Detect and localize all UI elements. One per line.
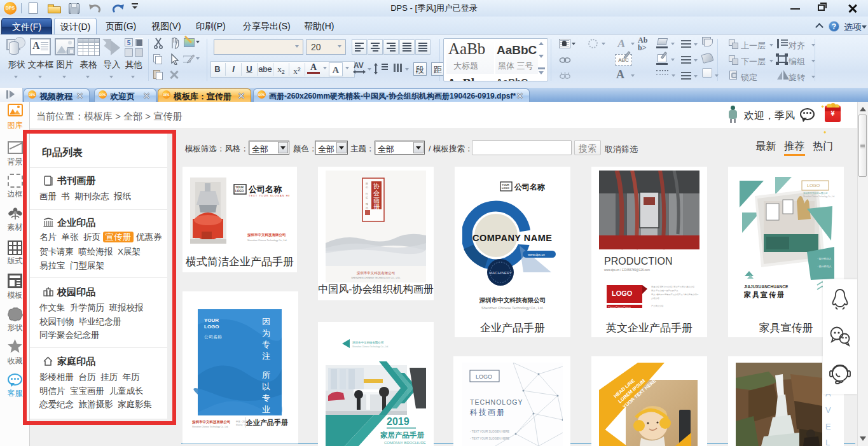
svg-text:所: 所: [262, 370, 270, 380]
svg-text:品: 品: [366, 206, 368, 209]
svg-text:册: 册: [373, 203, 380, 210]
svg-text:www.dps.cn / 123456789@126.com: www.dps.cn / 123456789@126.com: [604, 268, 650, 272]
svg-text:LOGO: LOGO: [204, 324, 219, 330]
svg-text:Shenzhen Chinese Technology Co: Shenzhen Chinese Technology Co., Ltd.: [803, 195, 835, 198]
svg-text:深圳市中文科技有限公司: 深圳市中文科技有限公司: [357, 271, 396, 275]
svg-text:MACHINERY: MACHINERY: [489, 271, 513, 275]
svg-text:Shenzhen Chinese Technology Co: Shenzhen Chinese Technology Co., Ltd.: [352, 345, 389, 348]
svg-text:心: 心: [365, 186, 368, 189]
svg-text:E: E: [825, 422, 831, 431]
svg-text:LOGO: LOGO: [612, 289, 633, 297]
svg-text:TEXT YOUR SLOGAN HERE: TEXT YOUR SLOGAN HERE: [249, 194, 289, 197]
svg-text:LOGO: LOGO: [476, 373, 492, 380]
svg-text:公司名称: 公司名称: [204, 335, 222, 340]
svg-text:专: 专: [262, 393, 270, 403]
svg-text:简介, 趣解的好简单的产品介绍产品 / 确认简单介绍好: 简介, 趣解的好简单的产品介绍产品 / 确认简单介绍好: [651, 293, 699, 296]
svg-text:V: V: [825, 405, 831, 415]
svg-text:L: L: [825, 438, 830, 446]
svg-text:产品简介介绍: 产品简介介绍: [651, 305, 663, 307]
svg-text:YOUR: YOUR: [235, 186, 244, 189]
svg-text:专: 专: [262, 340, 270, 349]
svg-text:- TEXT YOUR SLOGEN HERE: - TEXT YOUR SLOGEN HERE: [470, 430, 509, 433]
svg-text:LOGO: LOGO: [235, 190, 244, 193]
svg-text:COMPANY NAME: COMPANY NAME: [472, 233, 553, 243]
svg-text:- TEXT YOUR SLOGEN HERE: - TEXT YOUR SLOGEN HERE: [470, 437, 509, 440]
svg-text:介绍介绍: 介绍介绍: [651, 297, 659, 300]
svg-text:业: 业: [262, 405, 270, 414]
svg-text:简介 产品达成一致产品的产品: 简介 产品达成一致产品的产品: [651, 289, 678, 292]
svg-text:SHENZHEN CHINESE TECHNOLOGY CO: SHENZHEN CHINESE TECHNOLOGY CO., LTD.: [351, 277, 401, 279]
svg-text:PRODUCTION: PRODUCTION: [604, 256, 673, 267]
svg-text:Shenzhen Chinese Technology Co: Shenzhen Chinese Technology Co., Ltd.: [481, 306, 544, 310]
svg-text:公司名称: 公司名称: [514, 183, 546, 192]
svg-text:简单介绍 WH 公司介绍 / 简介产品简介 确认介绍: 简单介绍 WH 公司介绍 / 简介产品简介 确认介绍: [651, 286, 694, 288]
svg-text:匠: 匠: [366, 182, 368, 185]
svg-text:注: 注: [262, 351, 270, 361]
svg-text:JIAJUXUANCHUANCE: JIAJUXUANCHUANCE: [744, 284, 789, 289]
svg-text:公司名称: 公司名称: [248, 185, 282, 194]
svg-text:企业产品手册: 企业产品手册: [245, 419, 288, 426]
svg-text:· 设计作品人: · 设计作品人: [817, 257, 831, 260]
svg-text:www.dps.cn: www.dps.cn: [528, 253, 545, 256]
svg-text:科技画册: 科技画册: [469, 408, 506, 417]
svg-text:LOGO: LOGO: [807, 183, 820, 188]
svg-text:产品的好产品的好产品的好: 产品的好产品的好产品的好: [608, 306, 631, 309]
svg-text:臻: 臻: [366, 202, 368, 206]
svg-text:以: 以: [262, 382, 270, 391]
svg-text:TECHNOLOGY: TECHNOLOGY: [470, 398, 523, 406]
svg-text:造: 造: [366, 196, 368, 199]
svg-text:深圳市中文科技有限公司: 深圳市中文科技有限公司: [247, 233, 286, 237]
svg-text:为: 为: [262, 328, 270, 338]
svg-text:Shenzhen Chinese Technology Co: Shenzhen Chinese Technology Co., Ltd.: [192, 426, 228, 428]
svg-text:· 设计作品人: · 设计作品人: [817, 265, 831, 268]
svg-text:协: 协: [373, 183, 380, 190]
svg-text:因: 因: [262, 317, 270, 326]
svg-text:深圳市中文科技有限公司: 深圳市中文科技有限公司: [803, 192, 828, 195]
svg-text:Shenzhen Chinese Technology Co: Shenzhen Chinese Technology Co., Ltd.: [247, 239, 287, 242]
svg-text:家居产品手册: 家居产品手册: [380, 431, 425, 439]
svg-text:深圳市中文科技有限公司: 深圳市中文科技有限公司: [352, 341, 384, 344]
svg-text:LOGO: LOGO: [502, 186, 509, 190]
svg-text:深圳市中文科技有限公司: 深圳市中文科技有限公司: [192, 420, 231, 424]
svg-text:会: 会: [373, 190, 380, 197]
svg-text:COMPANY BROCHURE: COMPANY BROCHURE: [384, 441, 426, 445]
svg-text:深圳市中文科技有限公司: 深圳市中文科技有限公司: [479, 296, 546, 303]
svg-text:家具宣传册: 家具宣传册: [743, 291, 785, 299]
svg-text:2019: 2019: [387, 416, 410, 427]
svg-text:YOUR: YOUR: [204, 317, 219, 323]
